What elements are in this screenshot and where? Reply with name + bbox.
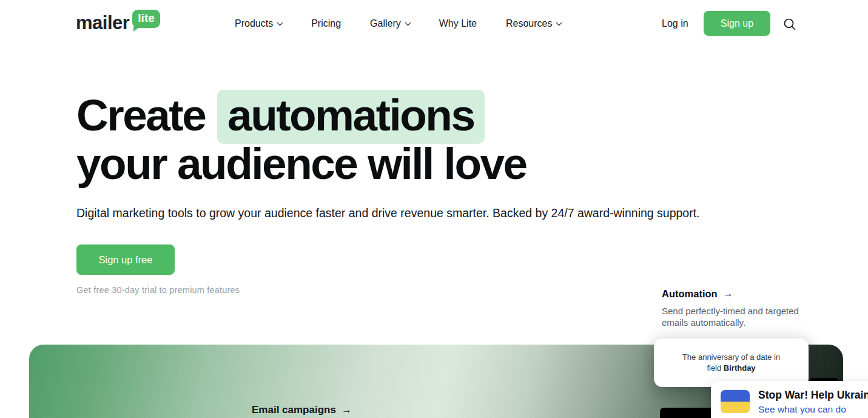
ukraine-banner-text: Stop War! Help Ukraine! See what you can…: [758, 389, 868, 415]
search-icon[interactable]: [783, 18, 796, 31]
nav-item-label: Gallery: [370, 18, 401, 29]
nav-item-resources[interactable]: Resources: [506, 18, 561, 29]
automation-step-line2: field Birthday: [707, 363, 755, 374]
nav-item-why-lite[interactable]: Why Lite: [439, 18, 477, 29]
nav-item-label: Resources: [506, 18, 552, 29]
ukraine-banner-link[interactable]: See what you can do: [758, 404, 868, 415]
hero-heading-prefix: Create: [76, 90, 205, 140]
login-link[interactable]: Log in: [662, 18, 688, 29]
logo-wordmark: mailer: [76, 13, 129, 33]
trial-note: Get free 30-day trial to premium feature…: [76, 285, 240, 295]
logo-lite-badge: lite: [132, 10, 160, 28]
signup-free-button[interactable]: Sign up free: [76, 244, 175, 275]
arrow-right-icon: →: [341, 404, 352, 416]
nav-item-gallery[interactable]: Gallery: [370, 18, 410, 29]
nav-item-label: Why Lite: [439, 18, 477, 29]
hero-heading-highlight: automations: [217, 90, 484, 144]
hero-heading-line2: your audience will love: [76, 139, 527, 188]
feature-title-label: Automation: [662, 288, 718, 300]
hero-subtitle: Digital marketing tools to grow your aud…: [76, 206, 792, 220]
nav-item-label: Pricing: [311, 18, 341, 29]
email-campaigns-label: Email campaigns: [252, 404, 336, 416]
feature-automation[interactable]: Automation → Send perfectly-timed and ta…: [662, 288, 813, 328]
nav-item-label: Products: [235, 18, 273, 29]
automation-step-card: The anniversary of a date in field Birth…: [654, 339, 809, 387]
automation-step-line1: The anniversary of a date in: [682, 352, 780, 363]
ukraine-flag-icon: [721, 390, 750, 413]
chevron-down-icon: [405, 19, 411, 25]
chevron-down-icon: [277, 19, 283, 25]
arrow-right-icon: →: [723, 288, 733, 300]
feature-description: Send perfectly-timed and targeted emails…: [662, 305, 813, 328]
main-nav: Products Pricing Gallery Why Lite Resour…: [235, 0, 561, 47]
mailerlite-logo[interactable]: mailer lite: [76, 13, 160, 33]
chevron-down-icon: [556, 19, 562, 25]
nav-item-pricing[interactable]: Pricing: [311, 18, 341, 29]
ukraine-banner[interactable]: Stop War! Help Ukraine! See what you can…: [711, 381, 868, 418]
automation-step-field-name: Birthday: [724, 363, 756, 372]
site-header: mailer lite Products Pricing Gallery Why…: [0, 0, 868, 47]
hero-heading: Create automations your audience will lo…: [76, 91, 622, 188]
signup-button[interactable]: Sign up: [704, 11, 770, 36]
email-campaigns-link[interactable]: Email campaigns →: [252, 404, 352, 416]
ukraine-banner-title: Stop War! Help Ukraine!: [758, 389, 868, 402]
nav-item-products[interactable]: Products: [235, 18, 282, 29]
